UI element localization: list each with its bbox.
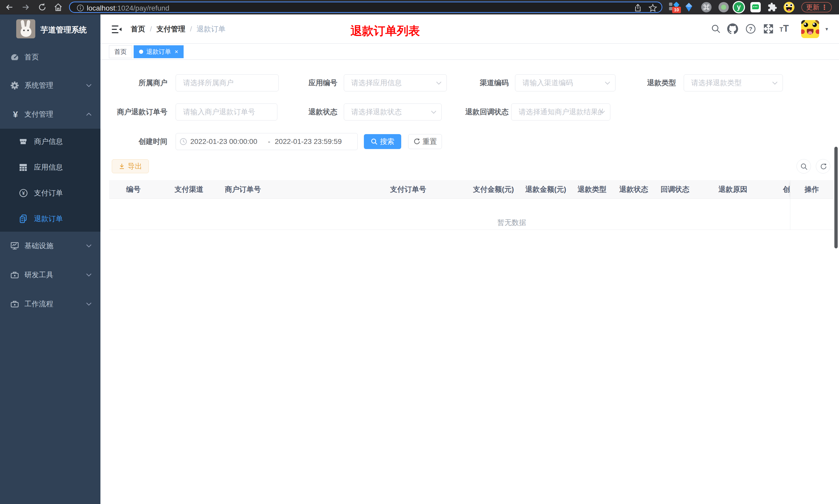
sidebar: 芋道管理系统 首页 系统管理 ¥ 支付管理 商户信息 <box>0 14 101 504</box>
breadcrumb-home[interactable]: 首页 <box>131 24 145 34</box>
help-icon[interactable]: ? <box>745 23 756 34</box>
empty-text: 暂无数据 <box>497 218 526 228</box>
sidebar-item-infra[interactable]: 基础设施 <box>0 232 101 260</box>
breadcrumb-pay[interactable]: 支付管理 <box>157 24 185 34</box>
sidebar-item-dev-tools[interactable]: 研发工具 <box>0 261 101 289</box>
table-header: 编号 支付渠道 商户订单号 支付订单号 支付金额(元) 退款金额(元) 退款类型… <box>109 180 834 199</box>
update-label: 更新 <box>806 3 819 12</box>
merchant-refund-no-input[interactable] <box>176 104 278 121</box>
reset-button[interactable]: 重置 <box>408 134 442 149</box>
store-icon <box>19 137 29 146</box>
github-icon[interactable] <box>727 23 738 35</box>
filter-label-merchant-refund-no: 商户退款订单号 <box>101 104 167 121</box>
notify-status-input[interactable] <box>511 104 610 121</box>
refresh-icon <box>820 163 827 170</box>
col-pay-channel: 支付渠道 <box>175 180 203 199</box>
channel-select <box>515 74 615 91</box>
extension-chat-icon[interactable] <box>750 2 761 12</box>
caret-down-icon[interactable]: ▼ <box>825 27 829 32</box>
app-logo <box>16 19 35 38</box>
extension-emoji-icon[interactable] <box>784 2 795 13</box>
url-bar[interactable]: localhost:1024/pay/refund <box>69 2 662 13</box>
show-search-toggle-button[interactable] <box>797 159 811 174</box>
extension-dot-icon[interactable] <box>718 2 729 12</box>
search-icon[interactable] <box>711 24 721 34</box>
fullscreen-icon[interactable] <box>763 24 773 34</box>
date-separator: - <box>264 138 275 146</box>
search-button[interactable]: 搜索 <box>364 134 401 149</box>
refund-doc-icon <box>19 214 29 224</box>
tab-home[interactable]: 首页 <box>109 45 132 58</box>
search-icon <box>800 163 808 170</box>
chevron-down-icon <box>86 273 92 277</box>
sidebar-item-merchant-info[interactable]: 商户信息 <box>0 129 101 155</box>
page-scrollbar[interactable] <box>834 147 838 248</box>
briefcase-icon <box>10 299 21 309</box>
merchant-refund-no-field <box>176 104 278 121</box>
sidebar-item-refund-order[interactable]: 退款订单 <box>0 206 101 232</box>
share-icon[interactable] <box>633 3 643 13</box>
font-size-icon[interactable]: TT <box>780 23 789 34</box>
refund-type-input[interactable] <box>684 74 783 91</box>
extension-tabs-icon[interactable]: 10 <box>669 2 681 13</box>
forward-icon[interactable] <box>21 3 30 12</box>
refresh-list-button[interactable] <box>816 159 830 174</box>
app-select <box>344 74 447 91</box>
sidebar-item-home[interactable]: 首页 <box>0 43 101 71</box>
export-button-label: 导出 <box>128 161 142 171</box>
search-icon <box>371 138 377 145</box>
filter-label-notify-status: 退款回调状态 <box>442 104 508 121</box>
date-range-picker[interactable]: 2022-01-23 00:00:00 - 2022-01-23 23:59:5… <box>176 133 358 150</box>
date-end-value[interactable]: 2022-01-23 23:59:59 <box>275 138 352 146</box>
extension-gem-icon[interactable] <box>684 2 694 12</box>
tab-label: 首页 <box>114 48 127 56</box>
back-icon[interactable] <box>5 3 14 12</box>
export-button[interactable]: 导出 <box>112 159 149 173</box>
chrome-menu-icon[interactable]: ⋮ <box>821 3 828 11</box>
filter-label-refund-status: 退款状态 <box>270 104 337 121</box>
chrome-update-button[interactable]: 更新 ⋮ <box>801 2 832 12</box>
monitor-chart-icon <box>10 241 21 251</box>
sidebar-item-pay-order[interactable]: ¥ 支付订单 <box>0 180 101 206</box>
extension-command-icon[interactable] <box>701 2 712 12</box>
page-header: 首页 / 支付管理 / 退款订单 退款订单列表 ? TT ▼ <box>101 14 839 44</box>
sidebar-item-pay[interactable]: ¥ 支付管理 <box>0 100 101 128</box>
grid-icon <box>19 163 29 172</box>
extensions-puzzle-icon[interactable] <box>767 2 777 12</box>
merchant-input[interactable] <box>176 74 279 91</box>
chevron-down-icon <box>86 244 92 248</box>
url-text[interactable]: localhost:1024/pay/refund <box>87 4 169 12</box>
sidebar-item-label: 首页 <box>24 52 39 62</box>
home-icon[interactable] <box>54 3 63 12</box>
refund-status-input[interactable] <box>344 104 442 121</box>
tab-refund-order[interactable]: 退款订单 × <box>133 45 184 58</box>
sidebar-logo-row[interactable]: 芋道管理系统 <box>0 14 101 44</box>
yen-circle-icon: ¥ <box>19 188 29 198</box>
extension-y-icon[interactable]: y <box>734 2 744 12</box>
date-start-value[interactable]: 2022-01-23 00:00:00 <box>190 138 264 146</box>
chevron-down-icon <box>86 84 92 87</box>
reload-icon[interactable] <box>38 3 47 12</box>
app-title: 芋道管理系统 <box>40 25 87 35</box>
gear-icon <box>10 80 21 90</box>
sidebar-item-label: 支付管理 <box>24 109 53 119</box>
app-input[interactable] <box>344 74 447 91</box>
avatar[interactable] <box>801 20 819 38</box>
breadcrumb: 首页 / 支付管理 / 退款订单 <box>131 14 226 44</box>
col-actions: 操作 <box>804 180 819 199</box>
bookmark-star-icon[interactable] <box>648 3 658 13</box>
sidebar-item-system[interactable]: 系统管理 <box>0 71 101 100</box>
site-info-icon[interactable] <box>76 4 84 12</box>
sidebar-collapse-icon[interactable] <box>112 25 122 34</box>
dashboard-icon <box>10 52 21 62</box>
merchant-select <box>176 74 279 91</box>
channel-input[interactable] <box>515 74 615 91</box>
table-fixed-header: 操作 <box>790 180 834 199</box>
chevron-down-icon <box>86 303 92 306</box>
sidebar-item-app-info[interactable]: 应用信息 <box>0 155 101 180</box>
close-icon[interactable]: × <box>175 49 178 55</box>
sidebar-item-workflow[interactable]: 工作流程 <box>0 290 101 318</box>
url-host: localhost <box>87 4 115 12</box>
col-id: 编号 <box>126 180 141 199</box>
refund-status-select <box>344 104 442 121</box>
